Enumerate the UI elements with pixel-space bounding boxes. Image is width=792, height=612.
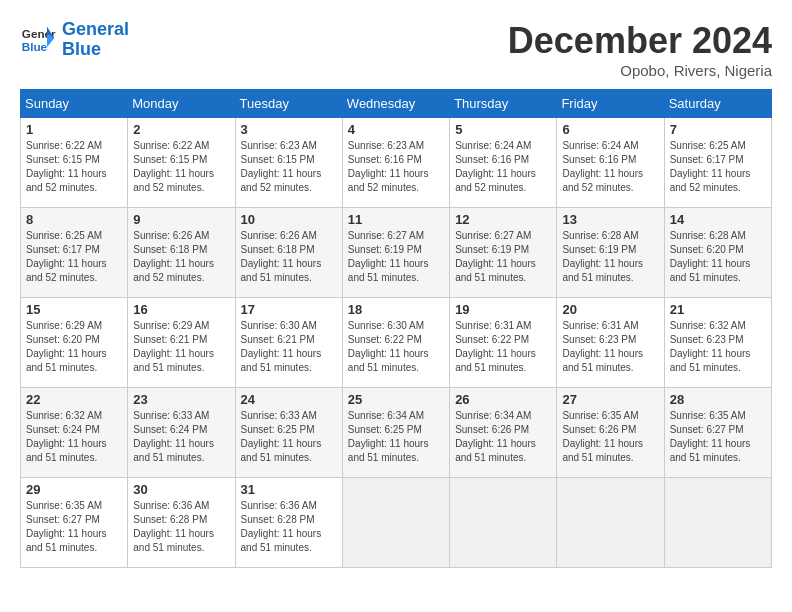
title-block: December 2024 Opobo, Rivers, Nigeria xyxy=(508,20,772,79)
month-title: December 2024 xyxy=(508,20,772,62)
day-info: Sunrise: 6:22 AM Sunset: 6:15 PM Dayligh… xyxy=(133,139,229,195)
calendar-cell: 10Sunrise: 6:26 AM Sunset: 6:18 PM Dayli… xyxy=(235,208,342,298)
day-number: 17 xyxy=(241,302,337,317)
day-number: 22 xyxy=(26,392,122,407)
day-number: 28 xyxy=(670,392,766,407)
day-info: Sunrise: 6:35 AM Sunset: 6:26 PM Dayligh… xyxy=(562,409,658,465)
day-info: Sunrise: 6:25 AM Sunset: 6:17 PM Dayligh… xyxy=(670,139,766,195)
day-info: Sunrise: 6:35 AM Sunset: 6:27 PM Dayligh… xyxy=(670,409,766,465)
calendar-cell: 17Sunrise: 6:30 AM Sunset: 6:21 PM Dayli… xyxy=(235,298,342,388)
day-number: 9 xyxy=(133,212,229,227)
calendar-cell: 9Sunrise: 6:26 AM Sunset: 6:18 PM Daylig… xyxy=(128,208,235,298)
day-info: Sunrise: 6:30 AM Sunset: 6:21 PM Dayligh… xyxy=(241,319,337,375)
calendar-cell xyxy=(450,478,557,568)
calendar-cell: 6Sunrise: 6:24 AM Sunset: 6:16 PM Daylig… xyxy=(557,118,664,208)
day-of-week-header: Thursday xyxy=(450,90,557,118)
location: Opobo, Rivers, Nigeria xyxy=(508,62,772,79)
calendar-cell: 30Sunrise: 6:36 AM Sunset: 6:28 PM Dayli… xyxy=(128,478,235,568)
calendar-cell xyxy=(664,478,771,568)
day-number: 4 xyxy=(348,122,444,137)
day-info: Sunrise: 6:35 AM Sunset: 6:27 PM Dayligh… xyxy=(26,499,122,555)
calendar-cell xyxy=(557,478,664,568)
day-number: 13 xyxy=(562,212,658,227)
calendar-cell: 23Sunrise: 6:33 AM Sunset: 6:24 PM Dayli… xyxy=(128,388,235,478)
day-of-week-header: Saturday xyxy=(664,90,771,118)
calendar-cell: 7Sunrise: 6:25 AM Sunset: 6:17 PM Daylig… xyxy=(664,118,771,208)
day-info: Sunrise: 6:27 AM Sunset: 6:19 PM Dayligh… xyxy=(348,229,444,285)
day-info: Sunrise: 6:31 AM Sunset: 6:23 PM Dayligh… xyxy=(562,319,658,375)
logo: General Blue GeneralBlue xyxy=(20,20,129,60)
day-info: Sunrise: 6:30 AM Sunset: 6:22 PM Dayligh… xyxy=(348,319,444,375)
day-number: 6 xyxy=(562,122,658,137)
day-info: Sunrise: 6:33 AM Sunset: 6:24 PM Dayligh… xyxy=(133,409,229,465)
day-info: Sunrise: 6:32 AM Sunset: 6:24 PM Dayligh… xyxy=(26,409,122,465)
calendar-cell: 11Sunrise: 6:27 AM Sunset: 6:19 PM Dayli… xyxy=(342,208,449,298)
day-number: 7 xyxy=(670,122,766,137)
day-number: 19 xyxy=(455,302,551,317)
day-number: 1 xyxy=(26,122,122,137)
calendar-cell: 25Sunrise: 6:34 AM Sunset: 6:25 PM Dayli… xyxy=(342,388,449,478)
day-number: 25 xyxy=(348,392,444,407)
calendar-cell: 22Sunrise: 6:32 AM Sunset: 6:24 PM Dayli… xyxy=(21,388,128,478)
day-number: 10 xyxy=(241,212,337,227)
day-number: 20 xyxy=(562,302,658,317)
day-info: Sunrise: 6:36 AM Sunset: 6:28 PM Dayligh… xyxy=(241,499,337,555)
calendar-table: SundayMondayTuesdayWednesdayThursdayFrid… xyxy=(20,89,772,568)
day-info: Sunrise: 6:24 AM Sunset: 6:16 PM Dayligh… xyxy=(455,139,551,195)
logo-text: GeneralBlue xyxy=(62,20,129,60)
day-number: 18 xyxy=(348,302,444,317)
day-info: Sunrise: 6:26 AM Sunset: 6:18 PM Dayligh… xyxy=(241,229,337,285)
svg-text:Blue: Blue xyxy=(22,40,48,53)
day-of-week-header: Wednesday xyxy=(342,90,449,118)
calendar-cell: 24Sunrise: 6:33 AM Sunset: 6:25 PM Dayli… xyxy=(235,388,342,478)
day-info: Sunrise: 6:26 AM Sunset: 6:18 PM Dayligh… xyxy=(133,229,229,285)
calendar-cell: 8Sunrise: 6:25 AM Sunset: 6:17 PM Daylig… xyxy=(21,208,128,298)
day-number: 15 xyxy=(26,302,122,317)
day-info: Sunrise: 6:22 AM Sunset: 6:15 PM Dayligh… xyxy=(26,139,122,195)
day-number: 12 xyxy=(455,212,551,227)
calendar-cell: 26Sunrise: 6:34 AM Sunset: 6:26 PM Dayli… xyxy=(450,388,557,478)
day-of-week-header: Tuesday xyxy=(235,90,342,118)
day-number: 24 xyxy=(241,392,337,407)
day-of-week-header: Friday xyxy=(557,90,664,118)
day-number: 27 xyxy=(562,392,658,407)
calendar-cell: 2Sunrise: 6:22 AM Sunset: 6:15 PM Daylig… xyxy=(128,118,235,208)
day-number: 8 xyxy=(26,212,122,227)
day-number: 23 xyxy=(133,392,229,407)
logo-icon: General Blue xyxy=(20,22,56,58)
day-number: 21 xyxy=(670,302,766,317)
day-info: Sunrise: 6:36 AM Sunset: 6:28 PM Dayligh… xyxy=(133,499,229,555)
day-of-week-header: Monday xyxy=(128,90,235,118)
day-info: Sunrise: 6:23 AM Sunset: 6:16 PM Dayligh… xyxy=(348,139,444,195)
calendar-cell: 31Sunrise: 6:36 AM Sunset: 6:28 PM Dayli… xyxy=(235,478,342,568)
page-header: General Blue GeneralBlue December 2024 O… xyxy=(20,20,772,79)
calendar-cell xyxy=(342,478,449,568)
calendar-cell: 20Sunrise: 6:31 AM Sunset: 6:23 PM Dayli… xyxy=(557,298,664,388)
day-info: Sunrise: 6:27 AM Sunset: 6:19 PM Dayligh… xyxy=(455,229,551,285)
calendar-cell: 13Sunrise: 6:28 AM Sunset: 6:19 PM Dayli… xyxy=(557,208,664,298)
calendar-cell: 16Sunrise: 6:29 AM Sunset: 6:21 PM Dayli… xyxy=(128,298,235,388)
calendar-cell: 15Sunrise: 6:29 AM Sunset: 6:20 PM Dayli… xyxy=(21,298,128,388)
day-info: Sunrise: 6:32 AM Sunset: 6:23 PM Dayligh… xyxy=(670,319,766,375)
day-info: Sunrise: 6:29 AM Sunset: 6:21 PM Dayligh… xyxy=(133,319,229,375)
calendar-cell: 3Sunrise: 6:23 AM Sunset: 6:15 PM Daylig… xyxy=(235,118,342,208)
day-info: Sunrise: 6:34 AM Sunset: 6:25 PM Dayligh… xyxy=(348,409,444,465)
day-info: Sunrise: 6:31 AM Sunset: 6:22 PM Dayligh… xyxy=(455,319,551,375)
calendar-cell: 19Sunrise: 6:31 AM Sunset: 6:22 PM Dayli… xyxy=(450,298,557,388)
day-number: 26 xyxy=(455,392,551,407)
calendar-cell: 1Sunrise: 6:22 AM Sunset: 6:15 PM Daylig… xyxy=(21,118,128,208)
day-number: 3 xyxy=(241,122,337,137)
day-number: 30 xyxy=(133,482,229,497)
day-number: 11 xyxy=(348,212,444,227)
day-number: 5 xyxy=(455,122,551,137)
day-info: Sunrise: 6:28 AM Sunset: 6:19 PM Dayligh… xyxy=(562,229,658,285)
calendar-cell: 5Sunrise: 6:24 AM Sunset: 6:16 PM Daylig… xyxy=(450,118,557,208)
day-number: 2 xyxy=(133,122,229,137)
calendar-cell: 27Sunrise: 6:35 AM Sunset: 6:26 PM Dayli… xyxy=(557,388,664,478)
day-info: Sunrise: 6:24 AM Sunset: 6:16 PM Dayligh… xyxy=(562,139,658,195)
calendar-cell: 28Sunrise: 6:35 AM Sunset: 6:27 PM Dayli… xyxy=(664,388,771,478)
calendar-cell: 29Sunrise: 6:35 AM Sunset: 6:27 PM Dayli… xyxy=(21,478,128,568)
day-number: 14 xyxy=(670,212,766,227)
day-info: Sunrise: 6:34 AM Sunset: 6:26 PM Dayligh… xyxy=(455,409,551,465)
day-info: Sunrise: 6:28 AM Sunset: 6:20 PM Dayligh… xyxy=(670,229,766,285)
